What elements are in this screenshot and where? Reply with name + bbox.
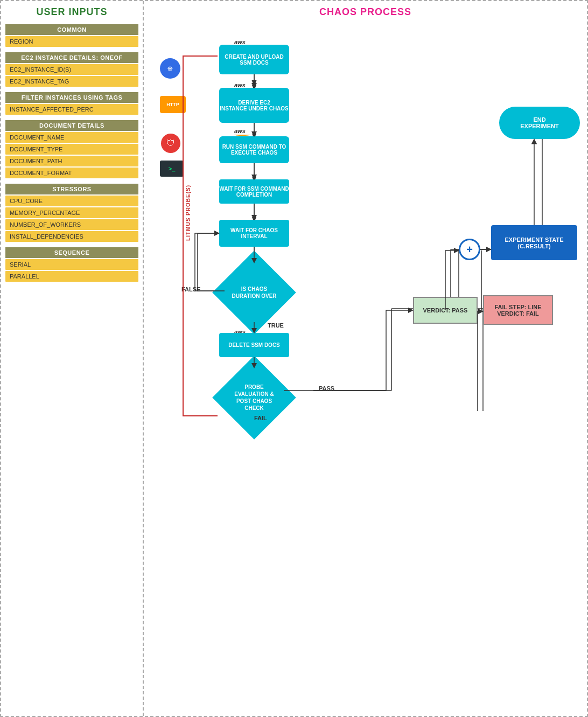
wait-ssm-node: WAIT FOR SSM COMMAND COMPLETION [219, 179, 289, 204]
cpu-core-item: CPU_CORE [5, 196, 138, 206]
user-inputs-title: USER INPUTS [5, 6, 138, 18]
pass-label: PASS [319, 385, 334, 392]
ec2-instance-id-item: EC2_INSTANCE_ID(S) [5, 64, 138, 75]
region-item: REGION [5, 36, 138, 47]
create-upload-node: CREATE AND UPLOAD SSM DOCS [219, 45, 289, 74]
http-icon: HTTP [160, 96, 186, 113]
memory-percentage-item: MEMORY_PERCENTAGE [5, 207, 138, 218]
stressors-header: STRESSORS [5, 184, 138, 194]
flowchart: aws CREATE AND UPLOAD SSM DOCS ⎈ aws [149, 23, 582, 411]
terminal-icon: >_ [160, 161, 184, 177]
experiment-state-box: EXPERIMENT STATE (C.RESULT) [491, 225, 577, 260]
end-experiment-node: END EXPERIMENT [499, 107, 580, 139]
verdict-fail-box: FAIL STEP: LINE VERDICT: FAIL [483, 295, 553, 325]
sequence-header: SEQUENCE [5, 247, 138, 258]
verdict-pass-box: VERDICT: PASS [413, 297, 478, 324]
derive-ec2-node: DERIVE EC2 INSTANCE UNDER CHAOS [219, 88, 289, 123]
chaos-process-title: CHAOS PROCESS [149, 6, 582, 18]
instance-affected-item: INSTANCE_AFFECTED_PERC [5, 104, 138, 115]
document-header: DOCUMENT DETAILS [5, 120, 138, 131]
filter-section: FILTER INSTANCES USING TAGS INSTANCE_AFF… [5, 92, 138, 115]
stressors-section: STRESSORS CPU_CORE MEMORY_PERCENTAGE NUM… [5, 184, 138, 242]
common-header: COMMON [5, 24, 138, 35]
true-label: TRUE [268, 322, 284, 329]
kubernetes-icon: ⎈ [160, 58, 180, 79]
sequence-section: SEQUENCE SERIAL PARALLEL [5, 247, 138, 282]
litmus-probe-label: LITMUS PROBE(S) [185, 185, 191, 241]
chaos-process-panel: CHAOS PROCESS [144, 1, 587, 716]
wait-chaos-node: WAIT FOR CHAOS INTERVAL [219, 220, 289, 247]
ec2-header: EC2 INSTANCE DETAILS: ONEOF [5, 52, 138, 63]
number-of-workers-item: NUMBER_OF_WORKERS [5, 219, 138, 230]
ec2-section: EC2 INSTANCE DETAILS: ONEOF EC2_INSTANCE… [5, 52, 138, 87]
common-section: COMMON REGION [5, 24, 138, 47]
run-ssm-node: RUN SSM COMMAND TO EXECUTE CHAOS [219, 136, 289, 163]
shield-icon: 🛡 [161, 134, 180, 153]
delete-ssm-node: DELETE SSM DOCS [219, 333, 289, 357]
fail-label: FAIL [254, 415, 267, 421]
merge-circle [459, 239, 480, 260]
serial-item: SERIAL [5, 259, 138, 270]
install-dependencies-item: INSTALL_DEPENDENCIES [5, 231, 138, 242]
filter-header: FILTER INSTANCES USING TAGS [5, 92, 138, 103]
document-type-item: DOCUMENT_TYPE [5, 144, 138, 155]
probe-eval-diamond: PROBEEVALUATION &POST CHAOSCHECK [212, 356, 296, 440]
document-section: DOCUMENT DETAILS DOCUMENT_NAME DOCUMENT_… [5, 120, 138, 178]
document-path-item: DOCUMENT_PATH [5, 156, 138, 166]
user-inputs-panel: USER INPUTS COMMON REGION EC2 INSTANCE D… [1, 1, 144, 716]
parallel-item: PARALLEL [5, 271, 138, 282]
ec2-instance-tag-item: EC2_INSTANCE_TAG [5, 76, 138, 87]
aws-label-3: aws [234, 128, 250, 136]
document-format-item: DOCUMENT_FORMAT [5, 168, 138, 178]
document-name-item: DOCUMENT_NAME [5, 132, 138, 143]
